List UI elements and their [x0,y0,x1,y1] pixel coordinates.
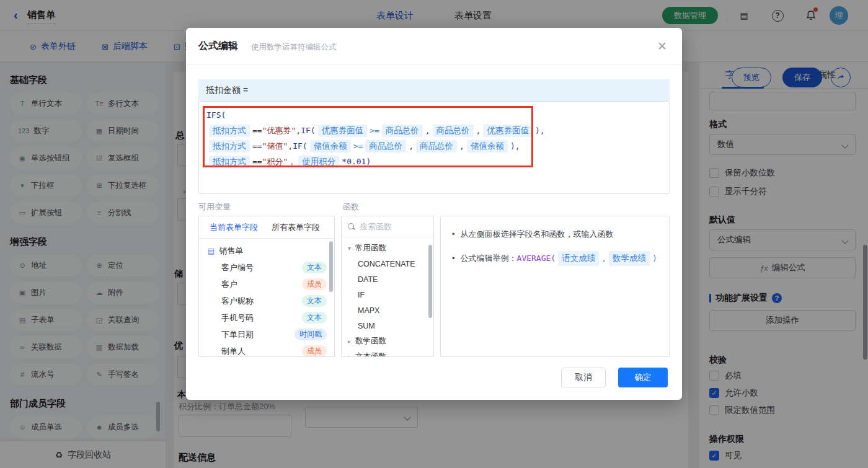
chevron-right-icon: ▸ [348,353,355,357]
function-item[interactable]: IF [342,287,433,302]
help-token: , [601,252,606,265]
help-example-tokens: 公式编辑举例：AVERAGE(语文成绩,数学成绩) [461,251,657,266]
app-root: ‹ 销售单 表单设计 表单设置 数据管理 ▤ ? 理 ⊘表单外链⊠后端脚本⊡数据… [0,0,868,468]
formula-token: 使用积分 [298,156,339,168]
modal-title: 公式编辑 [198,40,238,53]
formula-editor[interactable]: IFS(抵扣方式=="优惠券",IF(优惠券面值>=商品总价,商品总价,优惠券面… [198,101,670,194]
function-search-input[interactable]: 搜索函数 [342,216,433,237]
formula-token: == [252,141,262,151]
formula-token: 商品总价 [416,140,457,152]
help-token: 公式编辑举例： [461,252,517,265]
function-group-label: 常用函数 [355,243,386,254]
search-placeholder: 搜索函数 [360,221,392,232]
variable-name: 客户昵称 [221,296,254,307]
formula-token: == [252,157,262,166]
function-group[interactable]: ▸数学函数 [342,333,433,349]
formula-line: 抵扣方式=="优惠券",IF(优惠券面值>=商品总价,商品总价,优惠券面值), [206,123,662,138]
help-token: 语文成绩 [558,251,599,266]
help-tip-example: • 公式编辑举例：AVERAGE(语文成绩,数学成绩) [452,251,659,266]
variable-row[interactable]: 客户编号文本 [199,259,334,276]
formula-token: , [409,141,414,151]
function-group-label: 文本函数 [355,351,386,357]
formula-token: , [459,141,464,151]
formula-token: 商品总价 [382,125,423,137]
formula-token: ), [510,141,520,151]
variable-row[interactable]: 手机号码文本 [199,309,334,326]
variables-list: ▤销售单客户编号文本客户成员客户昵称文本手机号码文本下单日期时间戳制单人成员 [199,239,334,357]
formula-token: , [296,126,301,135]
formula-token: 优惠券面值 [318,125,368,137]
formula-modal: 公式编辑 使用数学运算符编辑公式 ✕ 抵扣金额 = IFS(抵扣方式=="优惠券… [186,28,682,400]
function-item[interactable]: MAPX [342,302,433,318]
variable-row[interactable]: 制单人成员 [199,343,334,357]
formula-token: IF( [301,126,315,135]
formula-token: IF( [293,141,307,151]
functions-list: ▾常用函数CONCATENATEDATEIFMAPXSUM▸数学函数▸文本函数 [342,237,433,357]
variable-root[interactable]: ▤销售单 [199,242,334,259]
variables-panel: 当前表单字段 所有表单字段 ▤销售单客户编号文本客户成员客户昵称文本手机号码文本… [198,216,335,357]
variable-name: 客户编号 [221,262,254,273]
formula-token: , [476,126,481,135]
function-group[interactable]: ▸文本函数 [342,349,433,357]
formula-token: >= [370,126,379,135]
help-tips: • 从左侧面板选择字段名和函数，或输入函数 • 公式编辑举例：AVERAGE(语… [441,216,669,266]
formula-token: "优惠券" [262,125,296,136]
modal-header: 公式编辑 使用数学运算符编辑公式 ✕ [186,28,682,65]
variable-name: 下单日期 [221,329,254,340]
form-doc-icon: ▤ [208,247,215,255]
function-group[interactable]: ▾常用函数 [342,241,433,256]
variable-row[interactable]: 客户成员 [199,276,334,293]
cancel-button[interactable]: 取消 [561,368,606,387]
functions-scrollbar[interactable] [428,245,432,318]
formula-token: 储值余额 [310,140,351,152]
variable-name: 制单人 [221,346,246,357]
close-icon[interactable]: ✕ [657,39,667,53]
confirm-button[interactable]: 确定 [618,368,668,387]
functions-label: 函数 [343,201,359,213]
chevron-right-icon: ▸ [348,338,355,345]
formula-token: == [252,126,262,135]
function-group-label: 数学函数 [355,336,386,347]
formula-token: >= [353,141,363,151]
variables-tabs: 当前表单字段 所有表单字段 [199,216,334,239]
formula-token: 商品总价 [433,125,474,137]
formula-line: 抵扣方式=="储值",IF(储值余额>=商品总价,商品总价,储值余额), [206,138,662,154]
help-token: 数学成绩 [609,251,650,266]
functions-panel: 搜索函数 ▾常用函数CONCATENATEDATEIFMAPXSUM▸数学函数▸… [341,216,434,357]
variables-scrollbar[interactable] [329,241,333,292]
help-panel: • 从左侧面板选择字段名和函数，或输入函数 • 公式编辑举例：AVERAGE(语… [440,216,670,357]
function-item[interactable]: CONCATENATE [342,256,433,272]
function-item[interactable]: DATE [342,272,433,287]
variable-type-badge: 文本 [302,312,327,324]
variable-row[interactable]: 客户昵称文本 [199,293,334,309]
formula-token: , [425,126,430,135]
help-tip: • 从左侧面板选择字段名和函数，或输入函数 [452,227,659,241]
formula-token: "积分" [262,156,288,167]
formula-token: 抵扣方式 [209,125,250,137]
variable-type-badge: 时间戳 [294,329,327,340]
formula-token: 商品总价 [365,140,406,152]
modal-subtitle: 使用数学运算符编辑公式 [251,42,337,53]
chevron-down-icon: ▾ [348,245,355,252]
formula-token: ， [288,156,296,167]
formula-token: 抵扣方式 [209,140,250,152]
formula-line: IFS( [206,107,662,123]
function-item[interactable]: SUM [342,318,433,333]
formula-token: *0.01) [342,157,371,166]
formula-token: 储值余额 [467,140,508,152]
tab-all-form-fields[interactable]: 所有表单字段 [272,222,320,233]
variable-name: 客户 [221,279,237,290]
formula-token: ), [535,126,545,135]
formula-token: , [288,141,293,151]
formula-token: 优惠券面值 [483,125,533,137]
variable-type-badge: 文本 [302,295,327,307]
formula-line: 抵扣方式=="积分"，使用积分*0.01) [206,154,662,169]
tab-current-form-fields[interactable]: 当前表单字段 [210,222,258,233]
formula-target-bar: 抵扣金额 = [198,79,670,101]
formula-token: 抵扣方式 [209,156,250,168]
formula-token: IFS( [206,110,226,120]
help-token: ) [652,252,657,265]
variable-name: 手机号码 [221,312,254,324]
variable-row[interactable]: 下单日期时间戳 [199,326,334,343]
formula-token: "储值" [262,141,288,152]
